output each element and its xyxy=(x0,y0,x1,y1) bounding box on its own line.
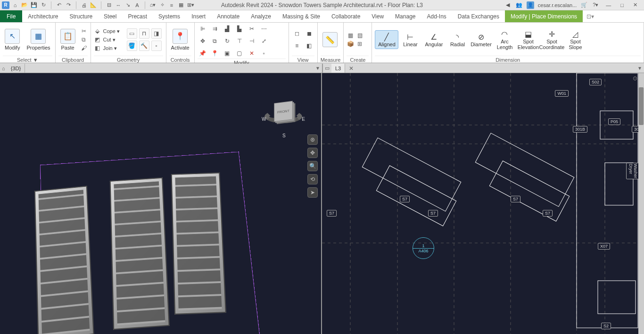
tab-analyze[interactable]: Analyze xyxy=(245,10,277,22)
view-tab-close[interactable]: ✕ xyxy=(347,65,355,72)
print-icon[interactable]: 🖨 xyxy=(80,1,88,9)
save-icon[interactable]: 💾 xyxy=(30,1,38,9)
right-view-dd[interactable]: ▼ xyxy=(637,66,642,71)
thin-lines-icon[interactable]: ≡ xyxy=(168,1,175,9)
paste-button[interactable]: 📋 Paste xyxy=(58,29,77,50)
cope-button[interactable]: ⬙Cope ▾ xyxy=(94,27,124,35)
dim-linear-button[interactable]: ⊢Linear xyxy=(398,31,422,49)
offset-icon[interactable]: ⇉ xyxy=(210,24,220,34)
wall-opening-icon[interactable]: ▭ xyxy=(127,28,137,39)
mod-extra-icon[interactable]: ▫ xyxy=(259,48,269,58)
view-doc-icon[interactable]: ▭ xyxy=(325,65,330,71)
help-icon[interactable]: ?▾ xyxy=(592,1,599,9)
room-tag-s02[interactable]: S02 xyxy=(589,79,602,85)
tab-architecture[interactable]: Architecture xyxy=(22,10,64,22)
file-tab[interactable]: File xyxy=(0,10,22,22)
tab-finish-icon[interactable]: ⊡▾ xyxy=(586,10,594,22)
rotate-icon[interactable]: ↻ xyxy=(222,36,232,46)
tab-steel[interactable]: Steel xyxy=(98,10,122,22)
plan-north-arrow-icon[interactable]: ⊙ xyxy=(633,75,637,82)
copy-clip-button[interactable]: ⧉ xyxy=(80,36,88,43)
mirror-axis-icon[interactable]: ▟ xyxy=(222,24,232,34)
tower-1[interactable] xyxy=(34,186,94,334)
create-similar-icon[interactable]: ▦ xyxy=(347,32,354,39)
load-family-icon[interactable]: 📦 xyxy=(347,40,354,48)
section-qat-icon[interactable]: ✧ xyxy=(158,1,166,9)
tag-qat-icon[interactable]: ↘ xyxy=(124,1,132,9)
activate-button[interactable]: 📍 Activate xyxy=(169,29,191,50)
chair-tag-s7-3[interactable]: S7 xyxy=(428,210,438,217)
minimize-button[interactable]: — xyxy=(603,1,614,9)
plan-view-canvas[interactable]: S02 W01 P05 301B 30 X07 S2 Washer Dryer … xyxy=(322,73,644,334)
tab-annotate[interactable]: Annotate xyxy=(211,10,245,22)
paint-icon[interactable]: 🪣 xyxy=(127,41,137,51)
dim-arc-button[interactable]: ◠Arc Length xyxy=(493,28,516,51)
split-icon[interactable]: ✂ xyxy=(247,24,257,34)
chair-tag-s7-1[interactable]: S7 xyxy=(327,210,337,217)
tab-manage[interactable]: Manage xyxy=(389,10,421,22)
3d-view-canvas[interactable]: FRONT W E S ⊛ ✥ 🔍 ⟲ ➤ xyxy=(0,73,322,334)
dim-aligned-button[interactable]: ╱Aligned xyxy=(375,30,398,49)
tab-collaborate[interactable]: Collaborate xyxy=(326,10,366,22)
close-hidden-icon[interactable]: ▦ xyxy=(177,1,185,9)
dim-diameter-button[interactable]: ⊘Diameter xyxy=(469,31,493,49)
trim-icon[interactable]: ⊤ xyxy=(234,36,245,46)
modify-button[interactable]: ↖ Modify xyxy=(3,29,22,50)
mirror-draw-icon[interactable]: ▙ xyxy=(234,24,245,34)
align-icon[interactable]: ⊫ xyxy=(198,24,208,34)
close-button[interactable]: ✕ xyxy=(630,1,640,9)
room-tag-301b[interactable]: 301B xyxy=(573,126,587,133)
dim-spot-coord-button[interactable]: ✛Spot Coordinate xyxy=(540,28,563,51)
chair-tag-s7-5[interactable]: S7 xyxy=(543,210,553,217)
join-button[interactable]: ◧Join ▾ xyxy=(94,44,124,52)
chair-tag-s7-4[interactable]: S7 xyxy=(511,196,520,202)
text-qat-icon[interactable]: A xyxy=(133,1,141,9)
room-tag-s2[interactable]: S2 xyxy=(601,323,611,329)
split-face-icon[interactable]: ◨ xyxy=(151,28,162,39)
viewcube-face[interactable]: FRONT xyxy=(274,101,292,122)
measure-button[interactable]: 📏 xyxy=(321,32,339,47)
cut-clip-button[interactable]: ✂ xyxy=(80,27,88,35)
dim-angular-button[interactable]: ∠Angular xyxy=(422,31,446,49)
group-icon[interactable]: ▣ xyxy=(222,48,232,58)
ungroup-icon[interactable]: ▢ xyxy=(234,48,245,58)
undo-icon[interactable]: ↶ xyxy=(55,1,63,9)
grid-tag-x07[interactable]: X07 xyxy=(598,243,610,250)
tab-view[interactable]: View xyxy=(366,10,389,22)
dim-qat-icon[interactable]: ↔ xyxy=(115,1,122,9)
view-tab-3d[interactable]: {3D} xyxy=(7,64,25,73)
redo-icon[interactable]: ↷ xyxy=(65,1,72,9)
view-home-icon[interactable]: ⌂ xyxy=(2,66,5,71)
override-icon[interactable]: ◼ xyxy=(304,28,314,39)
user-name[interactable]: cesar.r.escalan... xyxy=(538,2,577,8)
dim-spot-elev-button[interactable]: ⬓Spot Elevation xyxy=(516,28,540,51)
tower-3[interactable] xyxy=(171,173,226,315)
wall-tag-w01[interactable]: W01 xyxy=(555,90,569,97)
tab-structure[interactable]: Structure xyxy=(64,10,98,22)
move-icon[interactable]: ✥ xyxy=(198,36,208,46)
dim-spot-slope-button[interactable]: ◿Spot Slope xyxy=(563,28,587,51)
cart-icon[interactable]: 🛒 xyxy=(580,1,588,9)
tower-2[interactable] xyxy=(110,177,170,330)
copy-mod-icon[interactable]: ⧉ xyxy=(210,36,220,46)
panel-label-select[interactable]: Select ▼ xyxy=(3,56,52,63)
extend-icon[interactable]: ⊣ xyxy=(247,36,257,46)
geom-extra-icon[interactable]: ▫ xyxy=(151,41,162,51)
tab-data-exchanges[interactable]: Data Exchanges xyxy=(452,10,505,22)
beam-join-icon[interactable]: ⊓ xyxy=(139,28,149,39)
tab-systems[interactable]: Systems xyxy=(153,10,186,22)
section-callout[interactable]: 1 A406 xyxy=(413,237,434,259)
properties-button[interactable]: ▦ Properties xyxy=(25,29,52,50)
match-button[interactable]: 🖌 xyxy=(80,44,88,52)
chair-tag-s7-2[interactable]: S7 xyxy=(400,196,410,202)
home-icon[interactable]: ⌂ xyxy=(11,1,19,9)
align-qat-icon[interactable]: ⊟ xyxy=(105,1,113,9)
viewcube[interactable]: FRONT W E S xyxy=(264,97,302,134)
cutprofile-icon[interactable]: ◧ xyxy=(304,41,314,51)
orbit-icon[interactable]: ⟲ xyxy=(307,174,318,184)
array-icon[interactable]: ⋯ xyxy=(259,24,269,34)
restore-button[interactable]: □ xyxy=(618,1,627,9)
sync-icon[interactable]: ↻ xyxy=(40,1,47,9)
create-group-icon[interactable]: ▧ xyxy=(356,32,363,39)
dim-radial-button[interactable]: ◝Radial xyxy=(446,31,469,49)
